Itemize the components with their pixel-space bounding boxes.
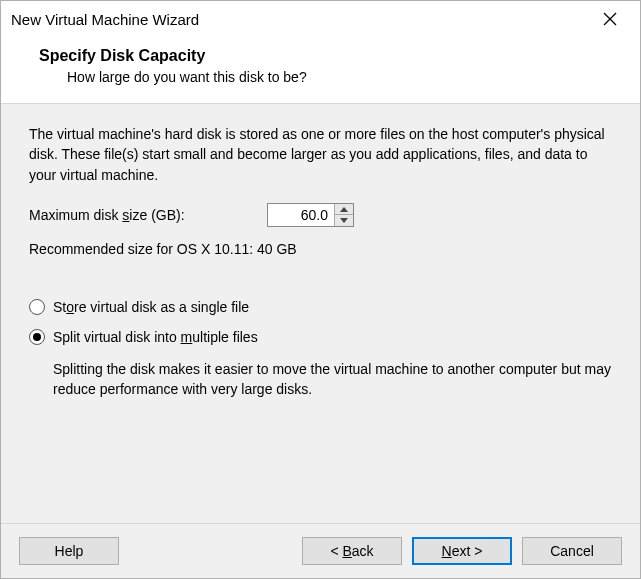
page-subtitle: How large do you want this disk to be? [67, 69, 640, 85]
split-description-text: Splitting the disk makes it easier to mo… [53, 359, 612, 400]
spinner-down-button[interactable] [335, 215, 353, 226]
svg-marker-2 [340, 207, 348, 212]
help-button[interactable]: Help [19, 537, 119, 565]
titlebar: New Virtual Machine Wizard [1, 1, 640, 37]
radio-icon [29, 329, 45, 345]
close-button[interactable] [590, 5, 630, 33]
radio-icon [29, 299, 45, 315]
radio-split-files-label: Split virtual disk into multiple files [53, 329, 258, 345]
back-button[interactable]: < Back [302, 537, 402, 565]
disk-size-row: Maximum disk size (GB): [29, 203, 612, 227]
radio-split-files[interactable]: Split virtual disk into multiple files [29, 329, 612, 345]
window-title: New Virtual Machine Wizard [11, 11, 590, 28]
wizard-content: The virtual machine's hard disk is store… [1, 103, 640, 524]
chevron-up-icon [340, 207, 348, 212]
wizard-window: New Virtual Machine Wizard Specify Disk … [0, 0, 641, 579]
disk-size-input[interactable] [268, 204, 334, 226]
radio-single-file[interactable]: Store virtual disk as a single file [29, 299, 612, 315]
disk-size-spinner[interactable] [267, 203, 354, 227]
disk-size-label: Maximum disk size (GB): [29, 207, 267, 223]
wizard-header: Specify Disk Capacity How large do you w… [1, 37, 640, 103]
spinner-buttons [334, 204, 353, 226]
page-title: Specify Disk Capacity [39, 47, 640, 65]
disk-storage-radio-group: Store virtual disk as a single file Spli… [29, 299, 612, 345]
radio-single-file-label: Store virtual disk as a single file [53, 299, 249, 315]
close-icon [603, 12, 617, 26]
svg-marker-3 [340, 218, 348, 223]
description-text: The virtual machine's hard disk is store… [29, 124, 612, 185]
cancel-button[interactable]: Cancel [522, 537, 622, 565]
spinner-up-button[interactable] [335, 204, 353, 216]
recommended-size-text: Recommended size for OS X 10.11: 40 GB [29, 241, 612, 257]
chevron-down-icon [340, 218, 348, 223]
next-button[interactable]: Next > [412, 537, 512, 565]
wizard-footer: Help < Back Next > Cancel [1, 524, 640, 578]
